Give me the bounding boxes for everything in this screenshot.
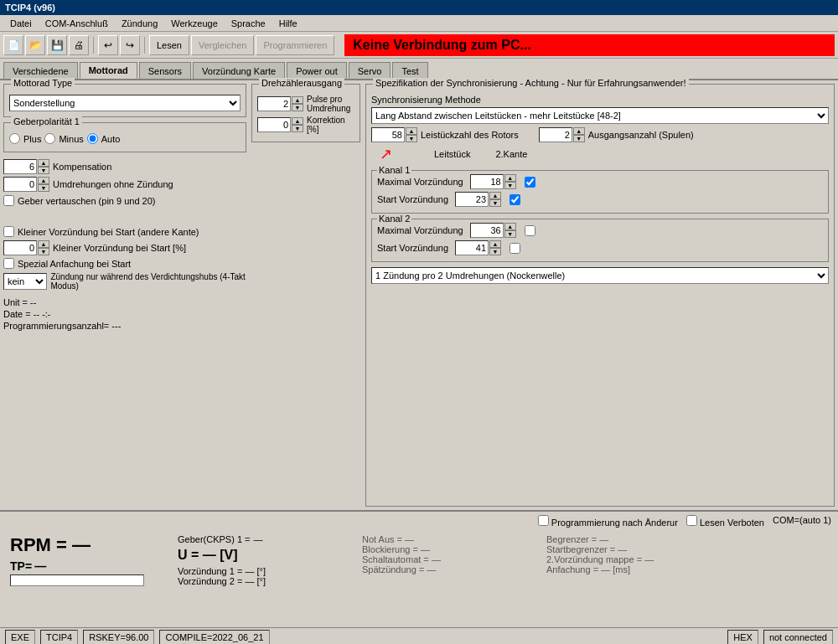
pulse-input[interactable]: 2 bbox=[257, 96, 291, 111]
kleiner-input-label: Kleiner Vorzündung bei Start [%] bbox=[53, 243, 186, 253]
korrektur-input[interactable]: 0 bbox=[257, 117, 291, 132]
ausgang-down[interactable]: ▼ bbox=[573, 135, 585, 142]
programmierung-check[interactable] bbox=[538, 515, 549, 526]
korrektur-up[interactable]: ▲ bbox=[292, 117, 303, 125]
leitstkzahl-up[interactable]: ▲ bbox=[406, 127, 417, 135]
open-button[interactable]: 📂 bbox=[25, 35, 45, 55]
kompensation-up[interactable]: ▲ bbox=[38, 159, 49, 167]
rpm-display: RPM = — bbox=[10, 534, 171, 556]
motor-type-select[interactable]: Sonderstellung bbox=[9, 95, 241, 111]
umdrehungen-input[interactable]: 0 bbox=[3, 177, 37, 192]
menu-werkzeuge[interactable]: Werkzeuge bbox=[164, 17, 224, 30]
kanal1-section: Kanal 1 Maximal Vorzündung 18 ▲ ▼ Start … bbox=[371, 170, 829, 214]
menu-com[interactable]: COM-Anschluß bbox=[39, 17, 115, 30]
bottom-grid: RPM = — TP= — Geber(CKPS) 1 = — U = — [V… bbox=[7, 531, 831, 590]
pulse-spinner: 2 ▲ ▼ bbox=[257, 96, 303, 111]
undo-button[interactable]: ↩ bbox=[98, 35, 118, 55]
tab-vorzundung-karte[interactable]: Vorzündung Karte bbox=[193, 62, 285, 79]
tab-mottorad[interactable]: Mottorad bbox=[80, 62, 137, 79]
radio-minus[interactable] bbox=[44, 133, 55, 144]
kleiner-up[interactable]: ▲ bbox=[38, 240, 49, 248]
korrektur-down[interactable]: ▼ bbox=[292, 125, 303, 132]
label-minus: Minus bbox=[59, 134, 83, 144]
lesen-verboten-check[interactable] bbox=[686, 515, 697, 526]
col1: RPM = — TP= — bbox=[7, 531, 174, 590]
kanal1-maximal-up[interactable]: ▲ bbox=[504, 174, 516, 182]
geber-label: Geber(CKPS) 1 = bbox=[178, 534, 251, 544]
kanal2-maximal-row: Maximal Vorzündung 36 ▲ ▼ bbox=[377, 223, 823, 238]
kanal1-maximal-check[interactable] bbox=[525, 177, 535, 188]
umdrehungen-up[interactable]: ▲ bbox=[38, 177, 49, 184]
radio-auto[interactable] bbox=[87, 133, 98, 144]
zundung-select[interactable]: kein bbox=[3, 273, 47, 290]
kanal1-start-down[interactable]: ▼ bbox=[489, 199, 501, 207]
kanal2-maximal-up[interactable]: ▲ bbox=[504, 223, 516, 230]
toolbar-sep1 bbox=[93, 37, 94, 54]
korrektur-label: Korrektion [%] bbox=[307, 116, 354, 134]
tab-sensors[interactable]: Sensors bbox=[139, 62, 191, 79]
leitstkzahl-input[interactable]: 58 bbox=[371, 127, 405, 142]
leitstkzahl-spinner: 58 ▲ ▼ bbox=[371, 127, 417, 142]
kanal2-start-up[interactable]: ▲ bbox=[489, 240, 501, 248]
kompensation-input[interactable]: 6 bbox=[3, 159, 37, 174]
kleiner-checkbox[interactable] bbox=[3, 226, 14, 237]
geber-display-row: Geber(CKPS) 1 = — bbox=[178, 534, 355, 544]
tab-verschiedene[interactable]: Verschiedene bbox=[3, 62, 78, 79]
kanal2-maximal-input[interactable]: 36 bbox=[470, 223, 504, 238]
kleiner-down[interactable]: ▼ bbox=[38, 248, 49, 255]
motor-type-group: Mottorad Type Sonderstellung bbox=[3, 84, 246, 117]
redo-button[interactable]: ↪ bbox=[120, 35, 140, 55]
menu-hilfe[interactable]: Hilfe bbox=[272, 17, 304, 30]
zundung-label: Zündung nur während des Verdichtungshubs… bbox=[50, 272, 246, 291]
drehzahl-title: Drehzählerausgang bbox=[259, 78, 344, 88]
leitstkzahl-down[interactable]: ▼ bbox=[406, 135, 417, 142]
programmieren-button[interactable]: Programmieren bbox=[256, 35, 334, 55]
bottom-panel: Programmierung nach Änderur Lesen Verbot… bbox=[0, 510, 838, 627]
ausgang-up[interactable]: ▲ bbox=[573, 127, 585, 135]
geber-checkbox[interactable] bbox=[3, 195, 14, 206]
kanal2-maximal-check[interactable] bbox=[525, 225, 535, 236]
kompensation-down[interactable]: ▼ bbox=[38, 167, 49, 174]
kanal1-start-up[interactable]: ▲ bbox=[489, 192, 501, 199]
menu-sprache[interactable]: Sprache bbox=[225, 17, 272, 30]
menu-zundung[interactable]: Zündung bbox=[115, 17, 164, 30]
umdrehungen-label: Umdrehungen ohne Zündung bbox=[53, 179, 173, 189]
sync-methode-select[interactable]: Lang Abstand zwischen Leitstücken - mehr… bbox=[371, 107, 829, 124]
kompensation-spinner-btns: ▲ ▼ bbox=[38, 159, 49, 174]
new-button[interactable]: 📄 bbox=[3, 35, 23, 55]
drehzahl-section: Drehzählerausgang 2 ▲ ▼ Pulse pro Umdreh… bbox=[251, 84, 360, 507]
kleiner-spinner: 0 ▲ ▼ bbox=[3, 240, 49, 255]
print-button[interactable]: 🖨 bbox=[69, 35, 89, 55]
pulse-down[interactable]: ▼ bbox=[292, 104, 303, 111]
spezial-checkbox[interactable] bbox=[3, 258, 14, 269]
tab-test[interactable]: Test bbox=[392, 62, 427, 79]
kanal1-start-check[interactable] bbox=[510, 194, 520, 205]
kanal2-start-input[interactable]: 41 bbox=[455, 240, 489, 255]
kanal2-start-down[interactable]: ▼ bbox=[489, 248, 501, 255]
pulse-up[interactable]: ▲ bbox=[292, 96, 303, 104]
menu-datei[interactable]: Datei bbox=[3, 17, 39, 30]
kleiner-input[interactable]: 0 bbox=[3, 240, 37, 255]
kanal1-start-input[interactable]: 23 bbox=[455, 192, 489, 207]
kanal1-maximal-input[interactable]: 18 bbox=[470, 174, 504, 189]
geber-group: Geberpolarität 1 Plus Minus Auto bbox=[3, 122, 246, 152]
umdrehungen-row: 0 ▲ ▼ Umdrehungen ohne Zündung bbox=[3, 177, 246, 192]
save-button[interactable]: 💾 bbox=[47, 35, 67, 55]
bottom-dropdown[interactable]: 1 Zündung pro 2 Umdrehungen (Nockenwelle… bbox=[371, 267, 829, 284]
prog-row: Programmierungsanzahl= --- bbox=[3, 321, 246, 331]
vorzundung1-value: — [°] bbox=[245, 566, 266, 576]
ausgang-input[interactable]: 2 bbox=[539, 127, 572, 142]
kanal1-maximal-down[interactable]: ▼ bbox=[504, 182, 516, 189]
vergleichen-button[interactable]: Vergleichen bbox=[191, 35, 255, 55]
tab-power-out[interactable]: Power out bbox=[287, 62, 347, 79]
umdrehungen-down[interactable]: ▼ bbox=[38, 184, 49, 192]
radio-plus[interactable] bbox=[9, 133, 20, 144]
info-section: Unit = -- Date = -- -:- Programmierungsa… bbox=[3, 297, 246, 331]
kanal2-maximal-down[interactable]: ▼ bbox=[504, 230, 516, 238]
zundung-row: kein Zündung nur während des Verdichtung… bbox=[3, 272, 246, 291]
kanal2-start-check[interactable] bbox=[510, 243, 520, 254]
geber-value: — bbox=[254, 534, 263, 544]
lesen-button[interactable]: Lesen bbox=[149, 35, 189, 55]
tab-servo[interactable]: Servo bbox=[349, 62, 391, 79]
status-bar: EXE TCIP4 RSKEY=96.00 COMPILE=2022_06_21… bbox=[0, 627, 838, 644]
